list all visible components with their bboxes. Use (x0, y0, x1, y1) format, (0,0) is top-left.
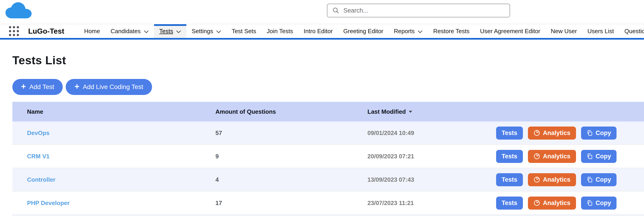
nav-item-intro-editor[interactable]: Intro Editor (298, 24, 338, 38)
nav-item-new-user[interactable]: New User (546, 24, 582, 38)
nav-item-users-list[interactable]: Users List (582, 24, 619, 38)
main-content: Tests List + Add Test + Add Live Coding … (0, 54, 644, 216)
nav-item-tests[interactable]: Tests (154, 24, 186, 38)
test-name-link[interactable]: CRM V1 (27, 153, 50, 160)
questions-count: 17 (216, 200, 368, 206)
analytics-button[interactable]: Analytics (528, 173, 576, 186)
tests-button[interactable]: Tests (496, 196, 523, 210)
tests-button[interactable]: Tests (496, 173, 523, 186)
table-row-partial (12, 215, 644, 216)
copy-button[interactable]: Copy (581, 196, 617, 210)
column-header-amount-of-questions[interactable]: Amount of Questions (216, 108, 368, 115)
copy-button[interactable]: Copy (581, 173, 617, 186)
questions-count: 4 (216, 176, 368, 183)
copy-icon (586, 153, 593, 160)
nav-item-reports[interactable]: Reports (388, 24, 428, 38)
global-header (0, 0, 644, 24)
app-launcher-button[interactable] (9, 26, 19, 36)
nav-item-candidates[interactable]: Candidates (105, 24, 154, 38)
tests-button[interactable]: Tests (496, 150, 523, 163)
nav-item-test-sets[interactable]: Test Sets (226, 24, 262, 38)
nav-items: Home Candidates Tests Settings Test Sets… (79, 24, 644, 38)
last-modified: 20/09/2023 07:21 (368, 153, 496, 160)
nav-item-questions[interactable]: Questions (619, 24, 644, 38)
last-modified: 13/09/2023 07:43 (368, 176, 496, 183)
table-row: CRM V1 9 20/09/2023 07:21 Tests Analytic… (12, 145, 644, 168)
global-search (327, 4, 510, 18)
nav-item-restore-tests[interactable]: Restore Tests (428, 24, 474, 38)
test-name-link[interactable]: Controller (27, 176, 56, 183)
sort-desc-icon (409, 110, 412, 113)
analytics-button[interactable]: Analytics (528, 126, 576, 140)
add-test-button[interactable]: + Add Test (12, 79, 63, 95)
table-row: PHP Developer 17 23/07/2023 11:21 Tests … (12, 192, 644, 215)
nav-item-home[interactable]: Home (79, 24, 105, 38)
tests-table: Name Amount of Questions Last Modified D… (12, 102, 644, 216)
column-header-last-modified[interactable]: Last Modified (368, 108, 496, 115)
copy-button[interactable]: Copy (581, 150, 617, 163)
test-name-link[interactable]: PHP Developer (27, 200, 70, 206)
chevron-down-icon (418, 30, 422, 33)
chevron-down-icon (144, 30, 149, 33)
copy-icon (586, 176, 593, 183)
questions-count: 9 (216, 153, 368, 160)
app-name: LuGo-Test (28, 27, 64, 36)
table-header-row: Name Amount of Questions Last Modified (12, 102, 644, 122)
nav-item-settings[interactable]: Settings (186, 24, 226, 38)
column-header-name[interactable]: Name (27, 108, 216, 115)
analytics-button[interactable]: Analytics (528, 196, 576, 210)
nav-item-greeting-editor[interactable]: Greeting Editor (338, 24, 388, 38)
test-name-link[interactable]: DevOps (27, 130, 50, 136)
chevron-down-icon (176, 30, 181, 33)
last-modified: 23/07/2023 11:21 (368, 200, 496, 206)
page-title: Tests List (12, 54, 644, 67)
cloud-logo-icon (4, 2, 32, 19)
app-navigation: LuGo-Test Home Candidates Tests Settings… (0, 24, 644, 40)
pie-chart-icon (534, 130, 540, 136)
app-window: LuGo-Test Home Candidates Tests Settings… (0, 0, 644, 216)
pie-chart-icon (534, 176, 540, 183)
copy-icon (586, 200, 593, 206)
plus-icon: + (74, 82, 79, 90)
chevron-down-icon (216, 30, 221, 33)
analytics-button[interactable]: Analytics (528, 150, 576, 163)
last-modified: 09/01/2024 10:49 (368, 130, 496, 136)
page-actions: + Add Test + Add Live Coding Test (12, 79, 644, 95)
copy-icon (586, 130, 593, 136)
copy-button[interactable]: Copy (581, 126, 617, 140)
tests-button[interactable]: Tests (496, 126, 523, 140)
questions-count: 57 (216, 130, 368, 136)
company-logo[interactable] (4, 2, 32, 19)
table-row: DevOps 57 09/01/2024 10:49 Tests Analyti… (12, 122, 644, 145)
search-input[interactable] (343, 7, 504, 14)
nav-item-join-tests[interactable]: Join Tests (262, 24, 298, 38)
search-icon (332, 7, 339, 14)
plus-icon: + (21, 82, 26, 90)
pie-chart-icon (534, 153, 540, 160)
nav-item-user-agreement-editor[interactable]: User Agreement Editor (475, 24, 546, 38)
table-row: Controller 4 13/09/2023 07:43 Tests Anal… (12, 168, 644, 192)
pie-chart-icon (534, 200, 540, 206)
add-live-coding-test-button[interactable]: + Add Live Coding Test (66, 79, 152, 95)
